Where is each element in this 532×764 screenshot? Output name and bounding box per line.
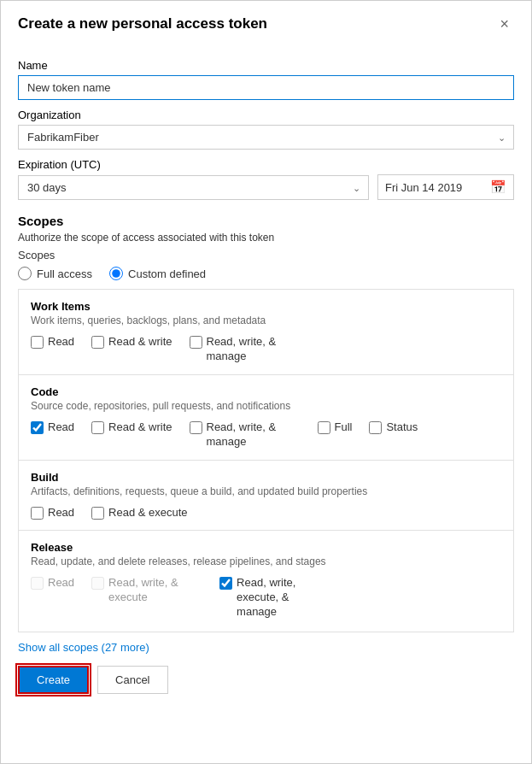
work-items-section: Work Items Work items, queries, backlogs… xyxy=(19,290,513,375)
expiration-select[interactable]: 30 days xyxy=(18,175,369,200)
wi-readwritemanage-label: Read, write, & manage xyxy=(207,335,301,364)
code-status-label: Status xyxy=(386,420,418,435)
code-read-checkbox[interactable] xyxy=(31,421,44,434)
wi-readwritemanage-checkbox[interactable] xyxy=(190,336,202,349)
custom-defined-label: Custom defined xyxy=(128,267,206,280)
code-readwritemanage-label: Read, write, & manage xyxy=(207,420,301,450)
work-items-checkboxes: Read Read & write Read, write, & manage xyxy=(31,335,501,364)
code-readwritemanage-checkbox[interactable] xyxy=(190,421,202,434)
footer-row: Create Cancel xyxy=(18,666,514,694)
code-full-label: Full xyxy=(335,420,353,435)
release-desc: Read, update, and delete releases, relea… xyxy=(31,555,501,567)
build-read-label: Read xyxy=(48,506,74,520)
organization-label: Organization xyxy=(18,109,514,121)
release-read-label: Read xyxy=(48,576,74,591)
code-readwrite-item[interactable]: Read & write xyxy=(91,420,172,435)
wi-read-item[interactable]: Read xyxy=(31,335,74,350)
code-checkboxes: Read Read & write Read, write, & manage xyxy=(31,420,501,450)
code-status-checkbox[interactable] xyxy=(369,421,382,434)
code-status-item[interactable]: Status xyxy=(369,420,418,435)
wi-read-checkbox[interactable] xyxy=(31,336,44,349)
scopes-radio-row: Full access Custom defined xyxy=(18,267,514,280)
code-full-checkbox[interactable] xyxy=(318,421,330,434)
wi-readwritemanage-item[interactable]: Read, write, & manage xyxy=(190,335,301,364)
scopes-section-title: Scopes xyxy=(18,214,514,228)
date-value: Fri Jun 14 2019 xyxy=(385,181,462,194)
release-read-checkbox xyxy=(31,577,44,590)
create-token-dialog: Create a new personal access token × Nam… xyxy=(0,0,532,764)
release-readwriteexecutemanage-label: Read, write, execute, & manage xyxy=(237,576,330,620)
expiration-label: Expiration (UTC) xyxy=(18,158,514,171)
full-access-label: Full access xyxy=(37,267,92,280)
build-section: Build Artifacts, definitions, requests, … xyxy=(19,461,513,532)
wi-readwrite-item[interactable]: Read & write xyxy=(91,335,172,350)
release-readwriteexecutemanage-item[interactable]: Read, write, execute, & manage xyxy=(219,576,330,620)
release-section: Release Read, update, and delete release… xyxy=(19,531,513,630)
name-input[interactable] xyxy=(18,75,514,100)
close-button[interactable]: × xyxy=(494,15,514,33)
release-read-item[interactable]: Read xyxy=(31,576,74,591)
build-read-item[interactable]: Read xyxy=(31,506,74,520)
organization-select[interactable]: FabrikamFiber xyxy=(18,125,514,150)
wi-read-label: Read xyxy=(48,335,74,350)
name-label: Name xyxy=(18,59,514,72)
code-readwritemanage-item[interactable]: Read, write, & manage xyxy=(190,420,301,450)
cancel-button[interactable]: Cancel xyxy=(97,666,167,694)
build-readexecute-label: Read & execute xyxy=(108,506,188,520)
code-readwrite-checkbox[interactable] xyxy=(91,421,104,434)
release-readwriteexecutemanage-checkbox[interactable] xyxy=(219,577,232,590)
build-readexecute-checkbox[interactable] xyxy=(91,507,104,520)
calendar-icon: 📅 xyxy=(490,179,506,195)
dialog-title: Create a new personal access token xyxy=(18,15,267,32)
organization-select-wrapper: FabrikamFiber ⌄ xyxy=(18,125,514,150)
code-readwrite-label: Read & write xyxy=(108,420,172,435)
full-access-radio-item[interactable]: Full access xyxy=(18,267,92,280)
code-section: Code Source code, repositories, pull req… xyxy=(19,375,513,461)
expiration-select-wrapper: 30 days ⌄ xyxy=(18,175,369,200)
build-checkboxes: Read Read & execute xyxy=(31,506,501,520)
build-readexecute-item[interactable]: Read & execute xyxy=(91,506,188,520)
create-button[interactable]: Create xyxy=(18,666,89,694)
build-desc: Artifacts, definitions, requests, queue … xyxy=(31,485,501,497)
code-desc: Source code, repositories, pull requests… xyxy=(31,400,501,412)
dialog-body: Name Organization FabrikamFiber ⌄ Expira… xyxy=(1,42,531,763)
wi-readwrite-checkbox[interactable] xyxy=(91,336,104,349)
release-checkboxes: Read Read, write, & execute Read, write,… xyxy=(31,576,501,620)
release-readwriteexecute-checkbox xyxy=(91,577,104,590)
expiration-row: 30 days ⌄ Fri Jun 14 2019 📅 xyxy=(18,174,514,200)
release-name: Release xyxy=(31,541,501,554)
date-input[interactable]: Fri Jun 14 2019 📅 xyxy=(377,174,514,200)
custom-defined-radio-item[interactable]: Custom defined xyxy=(109,267,206,280)
work-items-name: Work Items xyxy=(31,300,501,313)
show-all-scopes-link[interactable]: Show all scopes (27 more) xyxy=(18,641,149,654)
code-read-item[interactable]: Read xyxy=(31,420,74,435)
scopes-label: Scopes xyxy=(18,249,514,262)
dialog-header: Create a new personal access token × xyxy=(1,1,531,42)
code-full-item[interactable]: Full xyxy=(318,420,353,435)
wi-readwrite-label: Read & write xyxy=(108,335,172,350)
code-read-label: Read xyxy=(48,420,74,435)
work-items-desc: Work items, queries, backlogs, plans, an… xyxy=(31,314,501,326)
release-readwriteexecute-label: Read, write, & execute xyxy=(108,576,202,605)
full-access-radio[interactable] xyxy=(18,267,32,280)
scopes-scroll-area[interactable]: Work Items Work items, queries, backlogs… xyxy=(19,290,513,632)
code-name: Code xyxy=(31,385,501,398)
release-readwriteexecute-item[interactable]: Read, write, & execute xyxy=(91,576,202,605)
build-name: Build xyxy=(31,471,501,484)
custom-defined-radio[interactable] xyxy=(109,267,123,280)
scopes-container: Work Items Work items, queries, backlogs… xyxy=(18,289,514,632)
build-read-checkbox[interactable] xyxy=(31,507,44,520)
scopes-authorize-text: Authorize the scope of access associated… xyxy=(18,232,514,244)
